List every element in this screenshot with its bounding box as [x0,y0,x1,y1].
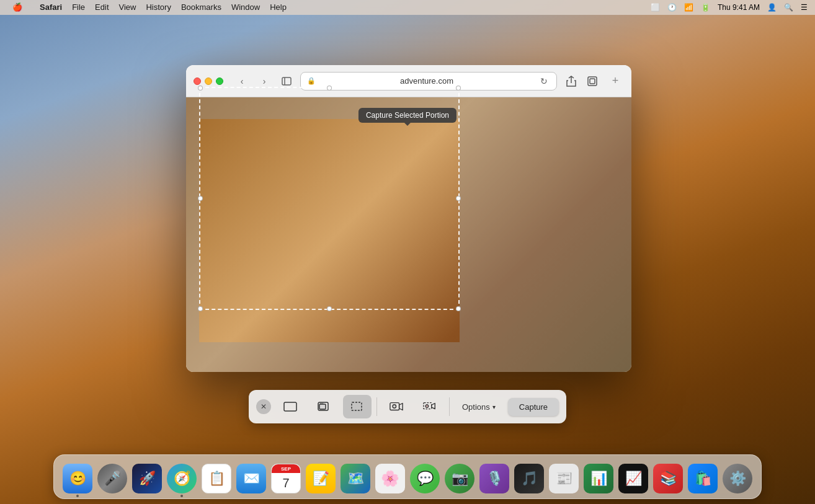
dock-maps[interactable]: 🗺️ [339,462,372,495]
url-text: adventure.com [319,76,534,86]
new-tab-button[interactable]: + [607,73,624,90]
dock-safari[interactable]: 🧭 [166,462,198,495]
dock-messages[interactable]: 💬 [409,462,441,495]
capture-portion-button[interactable] [343,395,372,418]
dock-music[interactable]: 🎵 [513,462,545,495]
menubar-view[interactable]: View [114,0,141,15]
traffic-lights [194,77,223,85]
capture-window-button[interactable] [310,395,338,418]
svg-rect-3 [590,79,595,84]
svg-point-14 [425,405,429,408]
browser-toolbar: ‹ › 🔒 adventure.com ↻ [186,65,631,97]
wifi-icon: 📶 [684,3,693,12]
capture-screen-button[interactable] [276,395,305,418]
menubar-status-area: ⬜ 🕐 📶 🔋 Thu 9:41 AM 👤 🔍 ☰ [651,3,808,12]
menubar-file[interactable]: File [67,0,90,15]
search-icon[interactable]: 🔍 [784,3,793,12]
back-button[interactable]: ‹ [233,73,251,90]
article-image-2 [409,270,631,332]
apple-menu[interactable]: 🍎 [7,0,27,15]
menubar-time: Thu 9:41 AM [718,3,760,12]
address-bar[interactable]: 🔒 adventure.com ↻ [300,72,557,91]
dock-books[interactable]: 📚 [652,462,684,495]
menubar-history[interactable]: History [141,0,176,15]
dock-finder[interactable]: 😊 [61,462,94,495]
toolbar-divider-2 [449,397,450,416]
menubar-safari[interactable]: Safari [35,0,67,15]
forward-button[interactable]: › [256,73,273,90]
browser-window: ‹ › 🔒 adventure.com ↻ [186,65,631,372]
menubar-window[interactable]: Window [226,0,265,15]
minimize-button[interactable] [205,77,212,85]
article-card-2[interactable]: Dana Thomson Could this new trail be the… [409,270,631,365]
dock-calendar[interactable]: SEP 7 [270,462,302,495]
reload-button[interactable]: ↻ [538,75,550,87]
screenshot-toolbar: ✕ [249,390,566,423]
dock-reminders[interactable]: 📋 [200,462,233,495]
dock-siri[interactable]: 🎤 [96,462,128,495]
toolbar-divider [376,397,377,416]
dock-launchpad[interactable]: 🚀 [131,462,163,495]
articles-grid: Nicole Bailey How not to alienate locals… [186,270,631,365]
svg-point-8 [321,403,323,404]
dock-numbers[interactable]: 📊 [582,462,615,495]
options-button[interactable]: Options ▾ [455,399,503,415]
maximize-button[interactable] [216,77,223,85]
clock-icon: 🕐 [667,3,677,12]
dock-news[interactable]: 📰 [548,462,580,495]
svg-rect-0 [282,77,291,85]
record-selection-button[interactable] [416,395,444,418]
svg-point-9 [323,403,324,404]
svg-rect-4 [284,402,296,411]
svg-rect-6 [319,404,326,409]
toolbar-actions [562,72,602,91]
dock-syspref[interactable]: ⚙️ [721,462,754,495]
screen-mirroring-icon: ⬜ [651,3,660,12]
options-label: Options [462,402,490,412]
safari-active-dot [180,495,183,497]
add-tab-button[interactable] [583,72,602,91]
menubar: 🍎 Safari File Edit View History Bookmark… [0,0,815,15]
capture-button[interactable]: Capture [508,398,559,416]
dock-mail[interactable]: ✉️ [235,462,267,495]
dock-appstore[interactable]: 🛍️ [687,462,719,495]
close-button[interactable] [194,77,201,85]
share-button[interactable] [562,72,581,91]
notification-icon[interactable]: ☰ [801,3,808,12]
battery-icon: 🔋 [701,3,710,12]
options-chevron-icon: ▾ [492,404,496,410]
dock: 😊 🎤 🚀 🧭 📋 ✉️ SEP 7 📝 [53,454,762,499]
website-content: CONTRIBUTORS ABOUT Adventure.com 🔍 ‹ [186,97,631,372]
menubar-help[interactable]: Help [265,0,292,15]
dock-facetime[interactable]: 📷 [443,462,476,495]
screenshot-close-button[interactable]: ✕ [256,399,271,414]
dock-photos[interactable]: 🌸 [374,462,406,495]
ssl-lock-icon: 🔒 [307,77,316,85]
menubar-edit[interactable]: Edit [90,0,114,15]
svg-point-12 [393,405,396,409]
svg-rect-2 [588,77,597,86]
finder-active-dot [76,495,79,497]
dock-podcasts[interactable]: 🎙️ [478,462,510,495]
svg-point-7 [320,403,321,404]
dock-stocks[interactable]: 📈 [617,462,649,495]
user-icon[interactable]: 👤 [767,3,777,12]
record-screen-button[interactable] [382,395,411,418]
menubar-bookmarks[interactable]: Bookmarks [176,0,226,15]
svg-rect-10 [352,402,362,410]
dock-notes[interactable]: 📝 [305,462,337,495]
sidebar-toggle[interactable] [278,73,295,90]
